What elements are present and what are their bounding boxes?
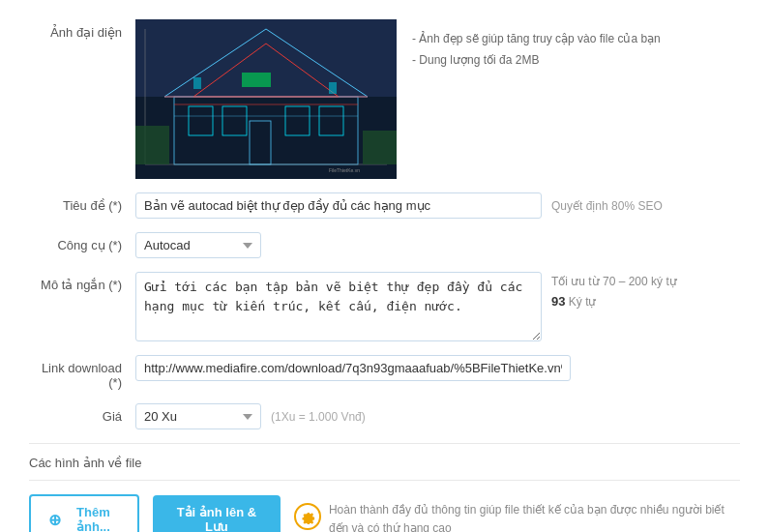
link-label: Link download (*) [29, 355, 135, 390]
svg-rect-14 [242, 73, 271, 87]
desc-content: Gửi tới các bạn tập bản vẽ biệt thự đẹp … [135, 272, 740, 341]
link-content [135, 355, 740, 381]
desc-label: Mô tả ngắn (*) [29, 272, 135, 292]
avatar-row: Ảnh đại diện [29, 19, 740, 179]
desc-row: Mô tả ngắn (*) Gửi tới các bạn tập bản v… [29, 272, 740, 341]
svg-text:FileThietKe.vn: FileThietKe.vn [329, 167, 360, 173]
title-content: Quyết định 80% SEO [135, 192, 740, 219]
images-label: Các hình ảnh về file [29, 456, 736, 470]
avatar-image: FileThietKe.vn [135, 19, 397, 179]
tool-label: Công cụ (*) [29, 232, 135, 252]
seo-hint: Quyết định 80% SEO [542, 192, 663, 213]
title-label: Tiêu đề (*) [29, 192, 135, 213]
tool-content: Autocad Revit SketchUp 3ds Max [135, 232, 740, 258]
desc-textarea[interactable]: Gửi tới các bạn tập bản vẽ biệt thự đẹp … [135, 272, 542, 341]
svg-rect-19 [193, 77, 201, 89]
avatar-section: FileThietKe.vn - Ảnh đẹp sẽ giúp tăng tr… [135, 19, 661, 179]
form-container: Ảnh đại diện [0, 0, 769, 532]
price-select-wrap: 0 Xu 5 Xu 10 Xu 20 Xu 50 Xu 100 Xu (1Xu … [135, 403, 366, 429]
bottom-hint-text: Hoàn thành đầy đủ thông tin giúp file th… [329, 501, 740, 532]
add-image-label: Thêm ảnh... [67, 505, 120, 532]
price-select[interactable]: 0 Xu 5 Xu 10 Xu 20 Xu 50 Xu 100 Xu [135, 403, 261, 429]
price-row: Giá 0 Xu 5 Xu 10 Xu 20 Xu 50 Xu 100 Xu (… [29, 403, 740, 429]
desc-hint: Tối ưu từ 70 – 200 ký tự 93 Ký tự [542, 272, 677, 312]
price-note: (1Xu = 1.000 Vnđ) [271, 410, 366, 424]
link-row: Link download (*) [29, 355, 740, 390]
price-content: 0 Xu 5 Xu 10 Xu 20 Xu 50 Xu 100 Xu (1Xu … [135, 403, 740, 429]
gear-icon [300, 509, 315, 524]
upload-save-button[interactable]: Tải ảnh lên & Lưu [153, 495, 281, 532]
svg-rect-20 [329, 82, 337, 94]
title-input[interactable] [135, 192, 542, 219]
svg-rect-16 [135, 126, 169, 164]
gear-icon-wrap [294, 503, 321, 530]
tool-row: Công cụ (*) Autocad Revit SketchUp 3ds M… [29, 232, 740, 258]
avatar-hint: - Ảnh đẹp sẽ giúp tăng truy cập vào file… [412, 19, 661, 71]
avatar-content: FileThietKe.vn - Ảnh đẹp sẽ giúp tăng tr… [135, 19, 740, 179]
images-section: Các hình ảnh về file ⊕ Thêm ảnh... Tải ả… [29, 443, 740, 532]
svg-rect-17 [363, 131, 397, 164]
title-row: Tiêu đề (*) Quyết định 80% SEO [29, 192, 740, 219]
tool-select[interactable]: Autocad Revit SketchUp 3ds Max [135, 232, 261, 258]
char-count-label: Ký tự [569, 295, 597, 309]
link-input[interactable] [135, 355, 571, 381]
plus-icon: ⊕ [48, 511, 61, 529]
bottom-section: ⊕ Thêm ảnh... Tải ảnh lên & Lưu Hoàn thà… [29, 480, 740, 532]
price-label: Giá [29, 403, 135, 424]
char-count: 93 [551, 294, 565, 309]
add-image-button[interactable]: ⊕ Thêm ảnh... [29, 494, 139, 532]
bottom-hint-area: Hoàn thành đầy đủ thông tin giúp file th… [294, 501, 740, 532]
upload-save-label: Tải ảnh lên & Lưu [177, 505, 256, 532]
avatar-label: Ảnh đại diện [29, 19, 135, 40]
